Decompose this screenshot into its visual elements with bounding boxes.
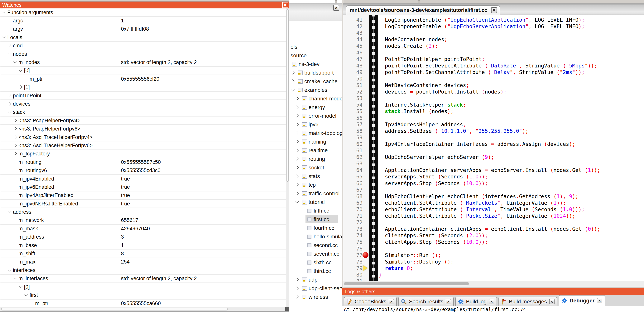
chevron-right-icon[interactable] [295,131,299,135]
tree-item-naming[interactable]: naming [289,138,342,146]
watch-row[interactable]: Locals [0,33,286,42]
watch-row[interactable]: m_ipv6NsRsJitterEnabledtrue [0,200,286,208]
line-number[interactable]: 67 [343,187,362,193]
close-icon[interactable]: × [282,2,288,8]
code-line[interactable]: 67 [343,186,644,193]
line-number[interactable]: 48 [343,62,362,68]
close-icon[interactable]: × [446,299,451,304]
log-tab-code-blocks[interactable]: Code::Blocks× [344,297,397,306]
close-icon[interactable]: × [333,5,339,11]
watch-row[interactable]: m_ipv4Enabledtrue [0,175,286,183]
tree-item-ols[interactable]: ols [289,42,342,51]
code-line[interactable]: 71 echoClient.SetAttribute ("PacketSize"… [343,213,644,219]
code-line[interactable]: 50 [343,75,644,82]
line-number[interactable]: 49 [343,69,362,75]
code-line[interactable]: 54 InternetStackHelper stack; [343,101,644,108]
code-line[interactable]: 72 [343,219,644,226]
chevron-right-icon[interactable] [8,94,11,97]
line-number[interactable]: 75 [343,239,362,245]
chevron-down-icon[interactable] [295,200,299,203]
chevron-down-icon[interactable] [2,35,6,38]
watch-row[interactable]: <ns3::PcapHelperForIpv6> [0,125,286,133]
line-number[interactable]: 72 [343,219,362,225]
chevron-down-icon[interactable] [291,88,294,91]
code-line[interactable]: 45 nodes.Create (2); [343,42,644,49]
tree-item-channel-models[interactable]: channel-models [289,94,342,103]
line-number[interactable]: 62 [343,154,362,160]
chevron-right-icon[interactable] [295,148,299,152]
chevron-right-icon[interactable] [295,183,299,186]
tree-item-ns-3-dev[interactable]: ns-3-dev [289,60,342,68]
chevron-right-icon[interactable] [295,96,299,100]
watch-row[interactable]: m_max254 [0,258,286,266]
line-number[interactable]: 70 [343,206,362,212]
code-line[interactable]: 73 ApplicationContainer clientApps = ech… [343,226,644,232]
line-number[interactable]: 51 [343,82,362,88]
scrollbar-thumb[interactable] [344,282,469,285]
chevron-right-icon[interactable] [291,71,294,74]
code-line[interactable]: 42 LogComponentEnable ("UdpEchoServerApp… [343,23,644,29]
watches-titlebar[interactable]: Watches × [0,1,289,8]
chevron-down-icon[interactable] [24,293,28,296]
chevron-right-icon[interactable] [295,140,299,143]
line-number[interactable]: 53 [343,95,362,101]
watch-row[interactable]: m_address3 [0,233,286,241]
line-number[interactable]: 63 [343,160,362,166]
line-number[interactable]: 64 [343,167,362,173]
tree-item-buildsupport[interactable]: buildsupport [289,68,342,77]
tree-item-routing[interactable]: routing [289,155,342,163]
line-number[interactable]: 65 [343,174,362,179]
code-line[interactable]: 58 address.SetBase ("10.1.1.0", "255.255… [343,128,644,134]
watch-row[interactable]: stack [0,108,286,117]
watch-row[interactable]: Function arguments [0,8,286,17]
line-number[interactable]: 41 [343,17,362,23]
code-line[interactable]: 66 serverApps.Stop (Seconds (10.0)); [343,180,644,186]
code-line[interactable]: 59 [343,134,644,141]
code-line[interactable]: 75 clientApps.Stop (Seconds (10.0)); [343,239,644,245]
line-number[interactable]: 57 [343,121,362,127]
line-number[interactable]: 69 [343,200,362,206]
chevron-right-icon[interactable] [295,174,299,178]
tree-item-tcp[interactable]: tcp [289,180,342,189]
close-icon[interactable]: × [549,299,554,304]
tree-item-seventh-cc[interactable]: seventh.cc [289,250,342,258]
line-number[interactable]: 78 [343,259,362,265]
breakpoint-icon[interactable] [362,252,368,258]
tree-item-first-cc[interactable]: first.cc [289,215,342,224]
code-line[interactable]: 80} [343,271,644,278]
tree-item-stats[interactable]: stats [289,172,342,180]
chevron-right-icon[interactable] [8,44,11,47]
close-icon[interactable]: × [489,299,494,304]
tree-item-realtime[interactable]: realtime [289,146,342,155]
line-number[interactable]: 59 [343,134,362,140]
watch-row[interactable]: m_network655617 [0,216,286,225]
chevron-right-icon[interactable] [13,135,17,139]
line-number[interactable]: 52 [343,89,362,95]
splitter-grip[interactable] [335,0,337,3]
code-line[interactable]: 55 stack.Install (nodes); [343,108,644,114]
line-number[interactable]: 60 [343,141,362,147]
chevron-right-icon[interactable] [13,144,17,147]
code-line[interactable]: 52 devices = pointToPoint.Install (nodes… [343,88,644,95]
code-line[interactable]: 79 return 0; [343,265,644,271]
watch-row[interactable]: <ns3::AsciiTraceHelperForIpv4> [0,133,286,142]
code-line[interactable]: 70 echoClient.SetAttribute ("Interval", … [343,206,644,213]
chevron-down-icon[interactable] [8,110,11,113]
tree-item-fourth-cc[interactable]: fourth.cc [289,224,342,232]
watch-row[interactable]: m_ptr0x5555555ca660 [0,300,286,307]
chevron-right-icon[interactable] [8,102,11,105]
watch-row[interactable]: m_base1 [0,241,286,250]
watch-row[interactable]: pointToPoint [0,92,286,100]
line-number[interactable]: 71 [343,213,362,219]
chevron-right-icon[interactable] [19,85,22,89]
watch-row[interactable]: cmd [0,42,286,50]
tree-item-third-cc[interactable]: third.cc [289,267,342,275]
watch-row[interactable]: m_interfacesstd::vector of length 2, cap… [0,275,286,283]
code-line[interactable]: 43 [343,29,644,36]
line-number[interactable]: 54 [343,102,362,108]
chevron-down-icon[interactable] [13,60,17,63]
code-line[interactable]: 41 LogComponentEnable ("UdpEchoClientApp… [343,16,644,23]
watch-row[interactable]: m_shift8 [0,250,286,258]
tree-item-wireless[interactable]: wireless [289,293,342,301]
editor-tab-first-cc[interactable]: mnt/dev/tools/source/ns-3-dev/examples/t… [346,5,500,15]
